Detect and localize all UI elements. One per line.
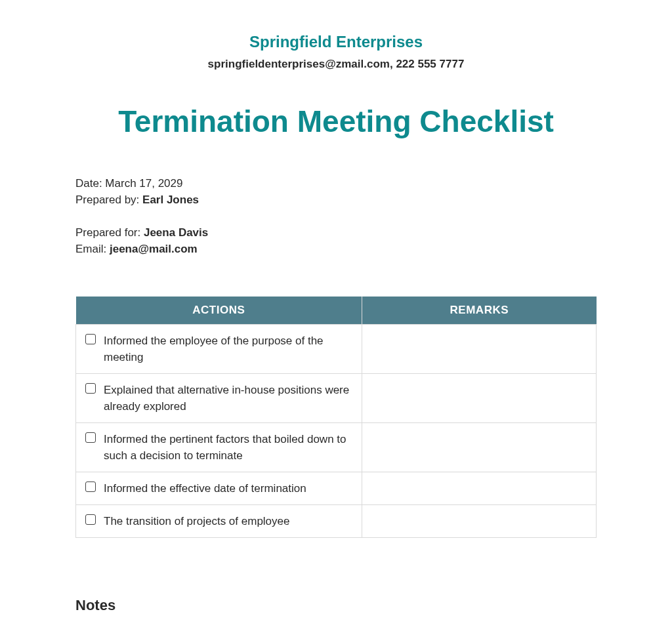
- col-header-remarks: REMARKS: [362, 297, 597, 325]
- table-row: Informed the employee of the purpose of …: [76, 325, 597, 374]
- table-row: The transition of projects of employee: [76, 505, 597, 538]
- action-text: Informed the pertinent factors that boil…: [104, 431, 352, 464]
- prepared-for-value: Jeena Davis: [144, 226, 208, 239]
- meta-date-line: Date: March 17, 2029: [75, 175, 597, 192]
- document-page: Springfield Enterprises springfieldenter…: [0, 0, 672, 635]
- company-contact: springfieldenterprises@zmail.com, 222 55…: [75, 58, 597, 71]
- meta-prepared-by-line: Prepared by: Earl Jones: [75, 192, 597, 208]
- remarks-cell: [362, 505, 597, 538]
- action-text: The transition of projects of employee: [104, 513, 289, 529]
- checkbox[interactable]: [85, 334, 96, 344]
- remarks-cell: [362, 374, 597, 423]
- date-label: Date:: [75, 177, 105, 190]
- meta-email-line: Email: jeena@mail.com: [75, 241, 597, 257]
- remarks-cell: [362, 423, 597, 472]
- remarks-cell: [362, 472, 597, 505]
- prepared-for-label: Prepared for:: [75, 226, 144, 239]
- remarks-cell: [362, 325, 597, 374]
- meta-block-2: Prepared for: Jeena Davis Email: jeena@m…: [75, 224, 597, 257]
- page-title: Termination Meeting Checklist: [75, 104, 597, 139]
- checklist-table: ACTIONS REMARKS Informed the employee of…: [75, 297, 597, 538]
- company-name: Springfield Enterprises: [75, 33, 597, 51]
- date-value: March 17, 2029: [105, 177, 182, 190]
- action-text: Informed the effective date of terminati…: [104, 480, 306, 497]
- prepared-by-value: Earl Jones: [142, 194, 199, 206]
- email-label: Email:: [75, 243, 110, 255]
- col-header-actions: ACTIONS: [76, 297, 362, 325]
- checkbox[interactable]: [85, 432, 96, 443]
- table-row: Informed the pertinent factors that boil…: [76, 423, 597, 472]
- table-row: Informed the effective date of terminati…: [76, 472, 597, 505]
- table-row: Explained that alternative in-house posi…: [76, 374, 597, 423]
- meta-prepared-for-line: Prepared for: Jeena Davis: [75, 224, 597, 241]
- email-value: jeena@mail.com: [110, 243, 198, 255]
- checkbox[interactable]: [85, 514, 96, 525]
- prepared-by-label: Prepared by:: [75, 194, 142, 206]
- checklist-tbody: Informed the employee of the purpose of …: [76, 325, 597, 538]
- action-text: Informed the employee of the purpose of …: [104, 333, 352, 365]
- checkbox[interactable]: [85, 383, 96, 394]
- meta-block-1: Date: March 17, 2029 Prepared by: Earl J…: [75, 175, 597, 208]
- action-text: Explained that alternative in-house posi…: [104, 382, 352, 415]
- notes-heading: Notes: [75, 597, 597, 614]
- checkbox[interactable]: [85, 481, 96, 492]
